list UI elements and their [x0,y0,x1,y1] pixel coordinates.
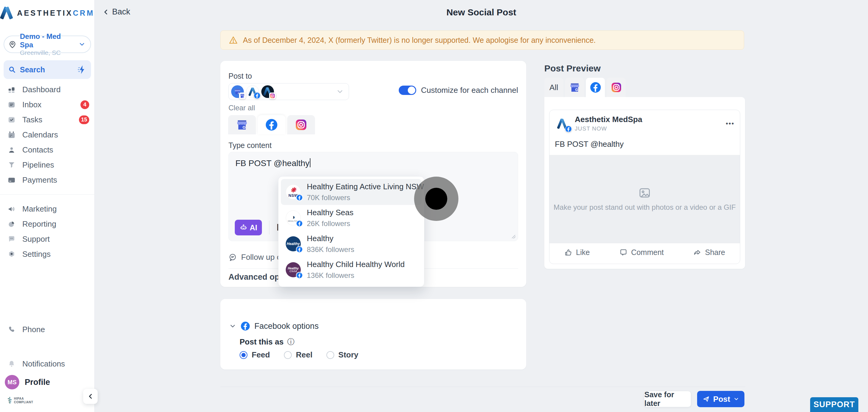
sidebar-item[interactable]: Contacts [0,142,95,157]
account-select[interactable]: G G [228,83,349,100]
mention-suggestion[interactable]: ❋ NSW Healthy Eating Active Living NSW 7… [281,179,422,205]
comment-icon [619,248,627,256]
preview-action-button[interactable]: Share [693,248,725,257]
preview-tab-facebook[interactable] [586,78,605,97]
tab-instagram[interactable] [287,115,315,134]
radio-option[interactable]: Feed [240,350,270,359]
preview-tab-all[interactable]: All [544,78,563,97]
ai-label: AI [250,223,257,232]
facebook-badge-icon [565,126,572,132]
chevron-down-icon[interactable] [733,396,739,402]
action-label: Comment [631,248,664,257]
facebook-options-card: Facebook options Post this as ⓘ Feed Ree… [220,299,526,370]
post-button[interactable]: Post [697,391,744,407]
info-icon[interactable]: ⓘ [287,337,294,347]
chevron-down-icon [79,41,86,48]
facebook-icon [265,119,278,131]
loading-spinner-overlay [414,177,458,221]
facebook-badge-icon [254,92,260,99]
location-name: Demo - Med Spa [20,32,75,49]
gmb-account-avatar: G G [231,85,244,98]
preview-action-button[interactable]: Like [564,248,590,257]
page-title: New Social Post [95,7,868,18]
sidebar-item-phone[interactable]: Phone [0,322,95,337]
sidebar-item[interactable]: Support [0,231,95,247]
radio-label: Reel [296,350,313,359]
radio-option[interactable]: Story [327,350,358,359]
quick-actions-icon[interactable] [76,64,87,75]
sidebar-item-notifications[interactable]: Notifications [0,356,95,371]
channel-tabs: G [228,115,315,134]
sidebar-profile[interactable]: MS Profile [5,375,50,389]
tab-facebook[interactable] [258,115,285,134]
svg-text:G: G [575,88,578,92]
profile-label: Profile [25,378,50,387]
mention-suggestion[interactable]: ◑ HEALTHY Healthy Seas 26K followers [281,205,422,231]
page-info: Healthy Seas 26K followers [307,208,353,228]
mention-suggestion[interactable]: Healthy M [281,283,422,287]
customize-toggle[interactable] [399,86,416,95]
selected-accounts: G G [231,85,336,98]
post-time: JUST NOW [575,125,721,132]
support-button[interactable]: SUPPORT [810,397,858,412]
sidebar-item-label: Dashboard [22,85,89,94]
preview-tab-gmb[interactable]: G [565,78,584,97]
sidebar-item[interactable]: Marketing [0,201,95,216]
more-options-icon[interactable]: ••• [726,120,735,127]
search-input[interactable]: Search [4,60,91,79]
logo-text: AESTHETIXCRM [17,9,94,18]
robot-icon [240,224,247,231]
sidebar-item[interactable]: Reporting [0,216,95,231]
facebook-icon [590,82,601,93]
preview-action-button[interactable]: Comment [619,248,664,257]
radio-option[interactable]: Reel [284,350,313,359]
gmb-badge-icon: G [239,93,246,99]
facebook-badge-icon [296,246,303,253]
pipelines-icon [7,161,16,169]
caduceus-icon: ⚕ [7,396,12,405]
preview-tab-instagram[interactable] [607,78,626,97]
preview-account-info: Aesthetix MedSpa JUST NOW [575,115,721,132]
hipaa-badge: ⚕ HIPAA COMPLIANT [7,396,33,405]
sidebar-item[interactable]: Dashboard [0,82,95,97]
page-info: Healthy Child Healthy World 136K followe… [307,260,405,280]
action-label: Like [576,248,590,257]
sidebar-item[interactable]: Inbox 4 [0,97,95,112]
chevron-left-icon [102,8,110,16]
sidebar-item-label: Calendars [22,130,89,139]
sidebar-item-label: Tasks [22,115,72,124]
media-placeholder: Make your post stand out with photos or … [550,155,740,243]
type-content-label: Type content [228,141,272,150]
post-to-label: Post to [228,72,252,81]
facebook-badge-icon [296,194,303,201]
resize-handle[interactable] [510,233,516,239]
chevron-left-icon [87,392,94,400]
location-selector[interactable]: Demo - Med Spa Greenville, SC [4,36,91,53]
back-button[interactable]: Back [102,7,130,17]
support-icon [7,235,16,243]
location-city: Greenville, SC [20,49,75,56]
chevron-down-icon [229,322,236,330]
sidebar-item[interactable]: Settings [0,247,95,262]
sidebar-nav-primary: Dashboard Inbox 4 Tasks 15 Cale [0,82,95,187]
sidebar-item[interactable]: Tasks 15 [0,112,95,127]
tab-gmb[interactable]: G [228,115,256,134]
facebook-preview-card: Aesthetix MedSpa JUST NOW ••• FB POST @h… [549,110,740,264]
sidebar-item[interactable]: Payments [0,172,95,187]
facebook-options-header[interactable]: Facebook options [229,321,318,331]
page-name: Healthy Eating Active Living NSW [307,182,417,191]
mention-suggestion[interactable]: Healthy Child Healthy Child Healthy Worl… [281,257,422,283]
post-content-text: FB POST @healthy [236,158,310,168]
instagram-icon [295,119,307,131]
sidebar-item[interactable]: Calendars [0,127,95,142]
clear-all-button[interactable]: Clear all [228,104,255,112]
mention-suggestion[interactable]: Healthy Healthy 836K followers [281,231,422,257]
page-avatar: ❋ NSW [286,185,301,199]
ai-assist-button[interactable]: AI [235,220,262,235]
media-hint-text: Make your post stand out with photos or … [554,203,736,212]
save-for-later-button[interactable]: Save for later [644,391,691,407]
page-avatar: Healthy [286,236,301,251]
svg-text:G: G [243,125,246,130]
sidebar-collapse-button[interactable] [83,389,98,404]
sidebar-item[interactable]: Pipelines [0,157,95,172]
